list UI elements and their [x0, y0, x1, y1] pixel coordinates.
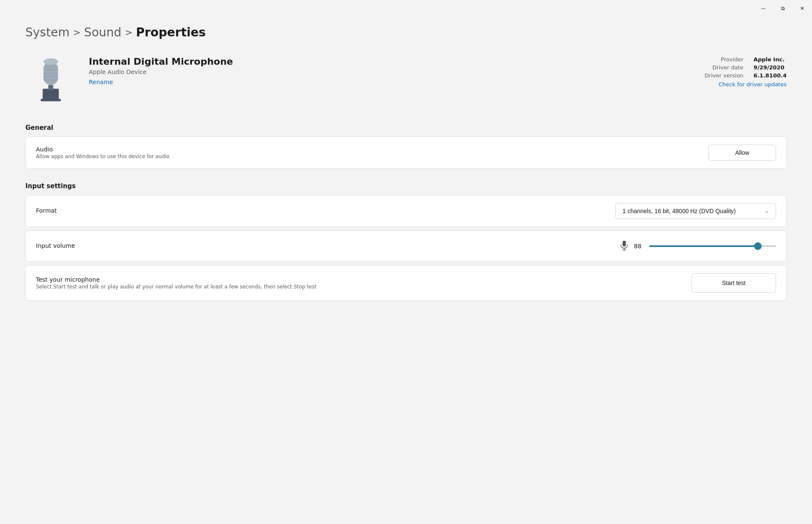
format-dropdown[interactable]: 1 channels, 16 bit, 48000 Hz (DVD Qualit… [615, 203, 776, 219]
device-info: Internal Digital Microphone Apple Audio … [89, 56, 705, 86]
microphone-icon [30, 58, 72, 105]
driver-date-value: 9/29/2020 [754, 64, 787, 71]
svg-rect-7 [44, 80, 58, 80]
close-button[interactable]: ✕ [793, 2, 812, 15]
breadcrumb-sound[interactable]: Sound [84, 25, 121, 39]
volume-number: 88 [634, 243, 644, 250]
volume-card: Input volume 88 [25, 230, 787, 262]
device-meta: Provider Apple Inc. Driver date 9/29/202… [705, 56, 787, 88]
device-subtitle: Apple Audio Device [89, 69, 705, 75]
format-row: Format 1 channels, 16 bit, 48000 Hz (DVD… [26, 195, 786, 227]
input-section: Input settings Format 1 channels, 16 bit… [25, 182, 787, 301]
driver-version-label: Driver version [705, 72, 743, 79]
volume-label: Input volume [36, 242, 620, 249]
mic-small-icon [620, 240, 629, 252]
volume-controls: 88 [620, 240, 776, 252]
title-bar-controls: ─ ⧉ ✕ [754, 2, 812, 15]
format-label: Format [36, 207, 615, 214]
breadcrumb: System > Sound > Properties [25, 25, 787, 39]
svg-rect-4 [44, 70, 58, 71]
test-mic-info: Test your microphone Select Start test a… [36, 276, 691, 290]
svg-rect-1 [41, 99, 61, 102]
breadcrumb-system[interactable]: System [25, 25, 69, 39]
svg-rect-3 [44, 66, 58, 67]
format-card: Format 1 channels, 16 bit, 48000 Hz (DVD… [25, 195, 787, 227]
minimize-button[interactable]: ─ [754, 2, 773, 15]
general-heading: General [25, 124, 787, 132]
svg-point-8 [44, 58, 58, 65]
audio-card: Audio Allow apps and Windows to use this… [25, 137, 787, 169]
audio-title: Audio [36, 146, 708, 153]
main-content: System > Sound > Properties [0, 17, 812, 321]
breadcrumb-separator-2: > [125, 27, 132, 38]
start-test-button[interactable]: Start test [691, 273, 776, 293]
test-mic-subtitle: Select Start test and talk or play audio… [36, 284, 332, 290]
breadcrumb-properties: Properties [136, 25, 206, 39]
test-mic-card: Test your microphone Select Start test a… [25, 265, 787, 301]
format-info: Format [36, 207, 615, 215]
volume-slider[interactable] [649, 245, 776, 247]
audio-row: Audio Allow apps and Windows to use this… [26, 137, 786, 168]
volume-info: Input volume [36, 242, 620, 250]
svg-rect-9 [48, 85, 53, 90]
volume-row: Input volume 88 [26, 231, 786, 261]
driver-date-label: Driver date [705, 64, 743, 71]
rename-link[interactable]: Rename [89, 79, 113, 85]
driver-version-value: 6.1.8100.4 [754, 72, 787, 79]
audio-subtitle: Allow apps and Windows to use this devic… [36, 154, 708, 159]
window: ─ ⧉ ✕ System > Sound > Properties [0, 0, 812, 524]
test-mic-title: Test your microphone [36, 276, 691, 283]
test-mic-row: Test your microphone Select Start test a… [26, 266, 786, 300]
audio-info: Audio Allow apps and Windows to use this… [36, 146, 708, 159]
svg-rect-5 [44, 73, 58, 74]
svg-rect-0 [43, 89, 59, 100]
device-name: Internal Digital Microphone [89, 56, 705, 67]
provider-value: Apple Inc. [754, 56, 787, 63]
title-bar: ─ ⧉ ✕ [0, 0, 812, 17]
device-icon-area [25, 56, 76, 107]
svg-rect-10 [623, 241, 626, 247]
input-heading: Input settings [25, 182, 787, 190]
general-section: General Audio Allow apps and Windows to … [25, 124, 787, 169]
device-header: Internal Digital Microphone Apple Audio … [25, 56, 787, 107]
maximize-button[interactable]: ⧉ [773, 2, 793, 15]
check-driver-updates-link[interactable]: Check for driver updates [705, 81, 787, 88]
breadcrumb-separator-1: > [73, 27, 80, 38]
provider-label: Provider [705, 56, 743, 63]
format-value: 1 channels, 16 bit, 48000 Hz (DVD Qualit… [623, 208, 736, 214]
allow-button[interactable]: Allow [708, 145, 776, 161]
chevron-down-icon: ⌄ [765, 208, 769, 214]
svg-rect-6 [44, 76, 58, 77]
